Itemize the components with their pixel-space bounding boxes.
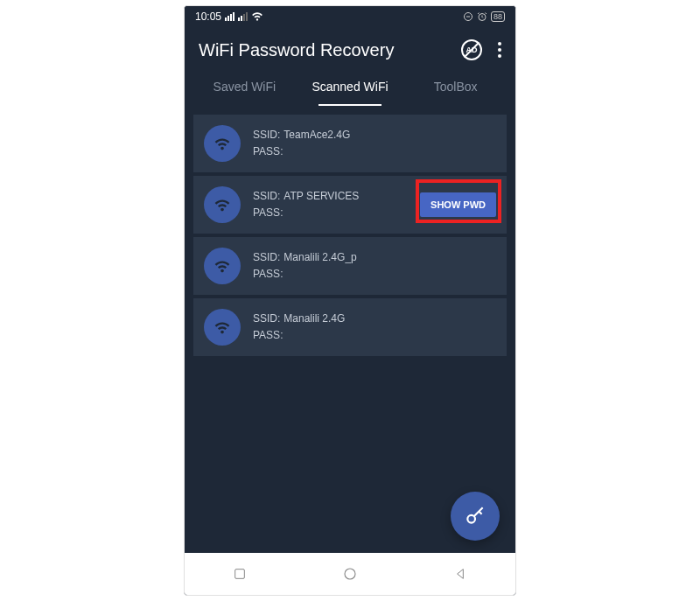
dnd-icon bbox=[463, 11, 473, 22]
app-header: WiFi Password Recovery AD bbox=[185, 27, 515, 67]
pass-label: PASS: bbox=[253, 205, 283, 221]
wifi-icon bbox=[204, 125, 241, 162]
nav-home-button[interactable] bbox=[341, 565, 359, 583]
wifi-info: SSID: TeamAce2.4GPASS: bbox=[253, 127, 496, 160]
wifi-icon bbox=[204, 248, 241, 284]
pass-label: PASS: bbox=[253, 266, 283, 283]
tab-scanned-wifi[interactable]: Scanned WiFi bbox=[298, 67, 403, 106]
ssid-value: TeamAce2.4G bbox=[284, 127, 350, 143]
show-password-button[interactable]: SHOW PWD bbox=[420, 192, 496, 217]
wifi-icon bbox=[204, 186, 241, 223]
app-title: WiFi Password Recovery bbox=[199, 40, 394, 60]
pass-label: PASS: bbox=[253, 143, 283, 160]
navigation-bar bbox=[185, 553, 515, 595]
svg-rect-3 bbox=[235, 570, 245, 579]
alarm-icon bbox=[477, 11, 487, 22]
status-time: 10:05 bbox=[195, 10, 221, 23]
wifi-info: SSID: Manalili 2.4G_pPASS: bbox=[253, 249, 496, 283]
ssid-label: SSID: bbox=[253, 249, 280, 266]
wifi-card[interactable]: SSID: Manalili 2.4G_pPASS: bbox=[193, 237, 507, 295]
fab-key-button[interactable] bbox=[451, 492, 500, 541]
ssid-value: ATP SERVICES bbox=[284, 188, 359, 205]
status-bar: 10:05 88 bbox=[185, 6, 515, 27]
wifi-info: SSID: ATP SERVICESPASS: bbox=[253, 188, 408, 221]
ssid-label: SSID: bbox=[253, 188, 280, 205]
phone-frame: 10:05 88 WiFi Password Recovery AD Saved… bbox=[184, 5, 516, 596]
nav-back-button[interactable] bbox=[452, 565, 469, 583]
tab-saved-wifi[interactable]: Saved WiFi bbox=[192, 67, 298, 106]
ssid-label: SSID: bbox=[253, 127, 280, 143]
svg-point-4 bbox=[345, 569, 355, 579]
ssid-value: Manalili 2.4G_p bbox=[284, 249, 356, 266]
signal-icon bbox=[225, 12, 234, 21]
pass-label: PASS: bbox=[253, 327, 283, 344]
battery-indicator: 88 bbox=[491, 11, 505, 22]
tab-bar: Saved WiFi Scanned WiFi ToolBox bbox=[185, 67, 515, 106]
tab-toolbox[interactable]: ToolBox bbox=[402, 67, 508, 106]
ssid-value: Manalili 2.4G bbox=[284, 311, 345, 327]
key-icon bbox=[464, 505, 486, 528]
wifi-card[interactable]: SSID: ATP SERVICESPASS: SHOW PWD bbox=[193, 176, 507, 234]
ssid-label: SSID: bbox=[253, 311, 280, 327]
wifi-card[interactable]: SSID: TeamAce2.4GPASS: bbox=[193, 115, 507, 172]
wifi-info: SSID: Manalili 2.4GPASS: bbox=[253, 311, 496, 344]
wifi-card[interactable]: SSID: Manalili 2.4GPASS: bbox=[193, 298, 507, 356]
no-ads-icon[interactable]: AD bbox=[461, 39, 482, 60]
nav-recent-button[interactable] bbox=[231, 565, 248, 583]
more-menu-icon[interactable] bbox=[498, 42, 501, 58]
wifi-icon bbox=[204, 309, 241, 346]
wifi-list[interactable]: SSID: TeamAce2.4GPASS: SSID: ATP SERVICE… bbox=[185, 106, 515, 546]
signal-icon bbox=[238, 12, 248, 21]
wifi-status-icon bbox=[251, 10, 263, 23]
